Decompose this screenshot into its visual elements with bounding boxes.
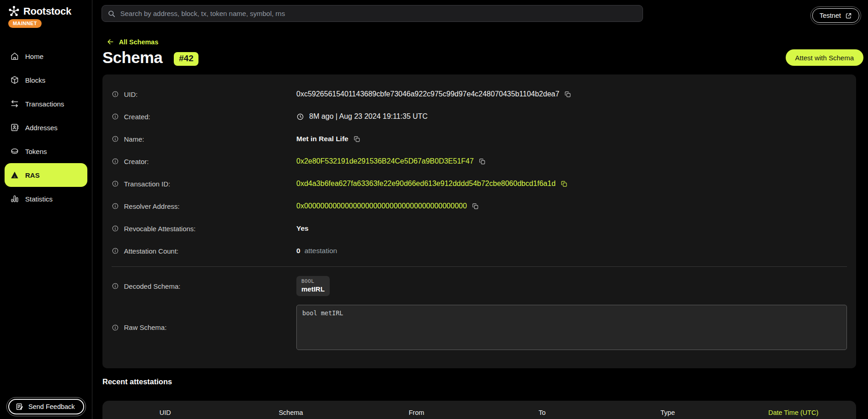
info-icon[interactable] — [112, 158, 119, 165]
raw-schema-textarea[interactable]: bool metIRL — [296, 305, 847, 350]
created-value: 8M ago | Aug 23 2024 19:11:35 UTC — [309, 112, 428, 121]
info-icon[interactable] — [112, 282, 119, 290]
creator-address-link[interactable]: 0x2e80F532191de291536B24Ce5D67a9B0D3E51F… — [296, 157, 474, 165]
sidebar-item-transactions[interactable]: Transactions — [5, 92, 87, 116]
revocable-label: Revocable Attestations: — [124, 225, 196, 233]
column-header-to[interactable]: To — [479, 409, 605, 416]
sidebar-item-label: Tokens — [25, 148, 47, 155]
external-link-icon — [845, 12, 852, 19]
uid-value: 0xc59265615401143689cbfe73046a922c975c99… — [296, 90, 559, 98]
raw-schema-label: Raw Schema: — [124, 324, 166, 331]
detail-row-creator: Creator: 0x2e80F532191de291536B24Ce5D67a… — [112, 154, 847, 168]
info-icon[interactable] — [112, 113, 119, 120]
revocable-value: Yes — [296, 224, 309, 233]
sidebar-item-label: Statistics — [25, 195, 53, 203]
title-row: Schema #42 Attest with Schema — [102, 48, 863, 67]
mainnet-badge: MAINNET — [8, 19, 42, 28]
resolver-address-label: Resolver Address: — [124, 202, 180, 210]
send-feedback-label: Send Feedback — [28, 403, 75, 410]
info-icon[interactable] — [112, 202, 119, 210]
sidebar-item-addresses[interactable]: Addresses — [5, 116, 87, 139]
copy-icon[interactable] — [564, 91, 571, 98]
decoded-schema-type: BOOL — [301, 278, 325, 284]
created-label: Created: — [124, 113, 150, 121]
creator-label: Creator: — [124, 158, 149, 165]
sidebar: Rootstock MAINNET Home Blocks Transactio… — [0, 0, 92, 419]
column-header-from[interactable]: From — [354, 409, 479, 416]
sidebar-item-label: Home — [25, 53, 43, 60]
decoded-schema-field: metIRL — [301, 285, 325, 293]
copy-icon[interactable] — [354, 136, 360, 143]
name-label: Name: — [124, 135, 144, 143]
sidebar-item-ras[interactable]: RAS — [5, 163, 87, 187]
column-header-uid[interactable]: UID — [102, 409, 228, 416]
search-bar — [102, 5, 643, 22]
back-link-label: All Schemas — [119, 38, 158, 46]
testnet-button[interactable]: Testnet — [812, 8, 859, 23]
bar-chart-icon — [10, 194, 19, 203]
clock-icon — [296, 113, 304, 121]
sidebar-item-label: Transactions — [25, 100, 64, 108]
testnet-button-ring: Testnet — [810, 6, 861, 25]
sidebar-item-blocks[interactable]: Blocks — [5, 68, 87, 92]
detail-row-revocable: Revocable Attestations: Yes — [112, 222, 847, 235]
attestation-count-suffix: attestation — [305, 247, 338, 255]
uid-label: UID: — [124, 90, 138, 98]
sidebar-item-statistics[interactable]: Statistics — [5, 187, 87, 211]
attestation-count-value: 0 — [296, 247, 300, 255]
home-icon — [10, 52, 19, 61]
sidebar-item-label: RAS — [25, 171, 40, 179]
sidebar-item-tokens[interactable]: Tokens — [5, 139, 87, 163]
info-icon[interactable] — [112, 247, 119, 255]
copy-icon[interactable] — [479, 158, 486, 165]
info-icon[interactable] — [112, 135, 119, 143]
page-title: Schema — [102, 48, 162, 67]
attestation-triangle-icon — [10, 170, 19, 180]
detail-row-raw-schema: Raw Schema: bool metIRL — [112, 305, 847, 350]
coin-icon — [10, 147, 19, 156]
attestation-count-label: Attestation Count: — [124, 247, 178, 255]
name-value: Met in Real Life — [296, 135, 348, 143]
cube-icon — [10, 75, 19, 85]
resolver-address-link[interactable]: 0x00000000000000000000000000000000000000… — [296, 202, 467, 210]
detail-row-uid: UID: 0xc59265615401143689cbfe73046a922c9… — [112, 87, 847, 101]
testnet-label: Testnet — [820, 12, 841, 19]
swap-arrows-icon — [10, 99, 19, 108]
recent-attestations-heading: Recent attestations — [102, 377, 172, 386]
transaction-id-label: Transaction ID: — [124, 180, 170, 188]
detail-row-name: Name: Met in Real Life — [112, 132, 847, 146]
schema-details-card: UID: 0xc59265615401143689cbfe73046a922c9… — [102, 74, 856, 368]
send-feedback-button[interactable]: Send Feedback — [8, 399, 84, 414]
back-arrow-icon — [107, 38, 114, 46]
detail-row-attestation-count: Attestation Count: 0 attestation — [112, 244, 847, 258]
column-header-datetime[interactable]: Date Time (UTC) — [730, 409, 856, 416]
detail-row-created: Created: 8M ago | Aug 23 2024 19:11:35 U… — [112, 110, 847, 123]
info-icon[interactable] — [112, 225, 119, 232]
rootstock-logo[interactable]: Rootstock — [8, 5, 71, 17]
sidebar-nav: Home Blocks Transactions Addresses Token… — [0, 44, 92, 211]
sidebar-item-label: Blocks — [25, 76, 45, 84]
card-divider — [112, 266, 847, 267]
column-header-type[interactable]: Type — [605, 409, 731, 416]
copy-icon[interactable] — [472, 203, 479, 210]
info-icon[interactable] — [112, 180, 119, 187]
attest-with-schema-button[interactable]: Attest with Schema — [786, 49, 863, 66]
search-input[interactable] — [120, 10, 637, 17]
sidebar-item-home[interactable]: Home — [5, 44, 87, 68]
info-icon[interactable] — [112, 90, 119, 98]
contact-card-icon — [10, 123, 19, 132]
feedback-pencil-icon — [16, 403, 24, 411]
back-to-all-schemas-link[interactable]: All Schemas — [107, 38, 158, 46]
decoded-schema-chip: BOOL metIRL — [296, 276, 330, 296]
attestations-table-header: UID Schema From To Type Date Time (UTC) — [102, 401, 856, 419]
detail-row-transaction-id: Transaction ID: 0xd4a3b6fea627fa63363fe2… — [112, 177, 847, 191]
send-feedback-ring: Send Feedback — [6, 397, 86, 416]
transaction-id-link[interactable]: 0xd4a3b6fea627fa63363fe22e90d66ed613e912… — [296, 180, 556, 188]
search-icon — [107, 10, 116, 18]
copy-icon[interactable] — [561, 180, 568, 187]
detail-row-resolver-address: Resolver Address: 0x00000000000000000000… — [112, 199, 847, 213]
brand-name: Rootstock — [23, 5, 71, 17]
decoded-schema-label: Decoded Schema: — [124, 282, 180, 290]
column-header-schema[interactable]: Schema — [228, 409, 354, 416]
info-icon[interactable] — [112, 324, 119, 331]
